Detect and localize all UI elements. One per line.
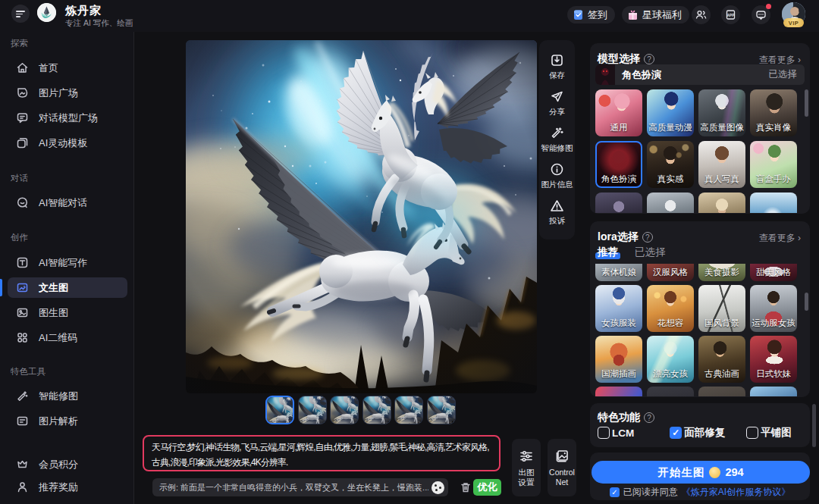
sidebar-item-ai-template[interactable]: AI灵动模板	[8, 133, 127, 153]
lora-card-mecha[interactable]: 素体机娘	[595, 264, 642, 281]
app-download-button[interactable]: APP	[721, 5, 740, 24]
lora-card-hanfu[interactable]: 汉服风格	[647, 264, 694, 281]
sidebar-item-ai-chat[interactable]: AI智能对话	[8, 193, 127, 213]
sidebar-item-referral-rewards[interactable]: 推荐奖励	[8, 477, 127, 497]
sidebar-item-image-to-image[interactable]: 图生图	[8, 302, 127, 323]
sidebar-nav: 探索 首页 图片广场 对话模型广场 AI灵动模板 对话 AI智能对话 创作 AI…	[0, 32, 134, 504]
example-pill[interactable]: 示例: 前面是一个非常自鸣得意的小兵，双臂交叉，坐在长凳上，慢跑装...	[152, 478, 448, 496]
lora-help-icon[interactable]: ?	[642, 232, 653, 243]
model-card-anime[interactable]: 高质量动漫	[647, 89, 694, 136]
model-grid-scrollbar[interactable]	[805, 89, 808, 117]
model-card-figure[interactable]: 盲盒手办	[750, 141, 797, 188]
share-button[interactable]: 分享	[549, 89, 565, 117]
image-info-button[interactable]: 图片信息	[541, 162, 573, 190]
model-select-card: 模型选择 ? 查看更多 › 角色扮演 已选择 通用 高质量动漫 高质量图像 真实…	[590, 43, 810, 214]
trash-icon	[459, 481, 472, 494]
lcm-checkbox[interactable]	[598, 427, 610, 439]
sidebar-item-label: 首页	[39, 61, 58, 75]
smart-retouch-button[interactable]: 智能修图	[541, 126, 573, 154]
selected-model-bar[interactable]: 角色扮演 已选择	[595, 64, 805, 85]
see-more-label: 查看更多	[759, 55, 795, 65]
lora-grid-scrollbar[interactable]	[805, 293, 808, 311]
checkin-button[interactable]: 签到	[567, 6, 615, 23]
thumbnail-1-selected[interactable]	[265, 396, 294, 424]
lora-card-partial-1[interactable]	[595, 387, 642, 396]
clear-prompt-button[interactable]	[459, 481, 472, 494]
app-logo[interactable]	[37, 3, 56, 22]
see-more-label: 查看更多	[759, 233, 795, 243]
lora-tab-recommend[interactable]: 推荐	[598, 246, 618, 259]
agreement-link[interactable]: 《炼丹家AI创作服务协议》	[682, 486, 790, 499]
messages-button[interactable]	[752, 5, 770, 24]
app-window: 炼丹家 专注 AI 写作、绘画 签到 星球福利	[0, 0, 819, 504]
save-icon	[550, 53, 564, 67]
generated-image[interactable]	[186, 40, 537, 393]
control-net-button[interactable]: Control Net	[548, 439, 576, 496]
lora-card-label: 运动服女孩	[750, 318, 797, 329]
sidebar-item-ai-writing[interactable]: AI智能写作	[8, 252, 127, 273]
invite-button[interactable]	[692, 5, 711, 24]
thumbnail-3[interactable]	[330, 396, 359, 424]
model-card-photo[interactable]: 真人写真	[698, 141, 745, 188]
prompt-input[interactable]: 天马行空,梦幻,神话生物,飞马,云端,星河,辉煌,自由,优雅,力量,翅膀,鬃毛,…	[143, 435, 500, 471]
save-button[interactable]: 保存	[549, 53, 565, 81]
lora-card-food[interactable]: 美食摄影	[698, 264, 745, 281]
lora-card-guochao[interactable]: 国潮插画	[595, 336, 642, 383]
sidebar-item-text-to-image[interactable]: 文生图	[8, 277, 127, 298]
model-help-icon[interactable]: ?	[644, 54, 654, 64]
lora-select-card: lora选择 ? 查看更多 › 推荐 已选择 素体机娘 汉服风格 美食摄影 甜美…	[590, 221, 810, 397]
features-help-icon[interactable]: ?	[644, 412, 654, 423]
thumbnail-2[interactable]	[298, 396, 327, 424]
menu-toggle-button[interactable]	[11, 5, 30, 23]
dice-icon[interactable]	[431, 481, 444, 494]
model-card-partial-3[interactable]	[698, 193, 745, 213]
tiled-checkbox[interactable]	[746, 427, 758, 439]
sidebar-item-ai-qrcode[interactable]: AI二维码	[8, 327, 127, 348]
model-card-roleplay-selected[interactable]: 角色扮演	[595, 141, 642, 188]
lora-card-japanese[interactable]: 日式软妹	[750, 336, 797, 383]
model-card-label: 真实感	[647, 174, 694, 185]
lora-card-sports[interactable]: 运动服女孩	[750, 285, 797, 332]
thumbnail-4[interactable]	[362, 396, 391, 424]
lora-card-oil[interactable]: 古典油画	[698, 336, 745, 383]
lora-card-partial-2[interactable]	[647, 387, 694, 396]
lora-card-guofeng[interactable]: 国风背景	[698, 285, 745, 332]
page-scrollbar[interactable]	[812, 404, 816, 447]
thumbnail-5[interactable]	[394, 396, 423, 424]
optimize-button[interactable]: 优化	[473, 479, 501, 496]
model-card-tongyong[interactable]: 通用	[595, 89, 642, 136]
face-repair-checkbox[interactable]: ✓	[670, 427, 682, 439]
lora-tab-selected[interactable]: 已选择	[635, 246, 666, 259]
app-subtitle: 专注 AI 写作、绘画	[65, 18, 133, 29]
sidebar-item-home[interactable]: 首页	[8, 58, 127, 78]
lora-see-more-link[interactable]: 查看更多 ›	[759, 232, 801, 245]
model-card-partial-4[interactable]	[750, 193, 797, 213]
model-card-partial-1[interactable]	[595, 193, 642, 213]
sidebar-item-chat-model-plaza[interactable]: 对话模型广场	[8, 108, 127, 128]
lora-card-pretty[interactable]: 漂亮女孩	[647, 336, 694, 383]
lora-card-partial-3[interactable]	[698, 387, 745, 396]
model-card-label: 真实肖像	[750, 122, 797, 133]
planet-perks-button[interactable]: 星球福利	[622, 6, 689, 23]
sidebar-item-image-analysis[interactable]: 图片解析	[8, 411, 127, 431]
model-card-hq-image[interactable]: 高质量图像	[698, 89, 745, 136]
agreement-checkbox[interactable]: ✓	[610, 487, 620, 497]
sidebar-item-label: 文生图	[39, 281, 68, 295]
toolbar-label: 图片信息	[541, 180, 573, 190]
sidebar-item-image-plaza[interactable]: 图片广场	[8, 83, 127, 103]
gift-icon	[626, 8, 639, 21]
sidebar-item-smart-retouch[interactable]: 智能修图	[8, 386, 127, 406]
model-card-partial-2[interactable]	[647, 193, 694, 213]
lora-card-outfit[interactable]: 女孩服装	[595, 285, 642, 332]
sidebar-item-member-points[interactable]: 会员积分	[8, 454, 127, 474]
face-repair-label: 面部修复	[684, 426, 725, 440]
output-settings-button[interactable]: 出图 设置	[512, 439, 541, 496]
lora-card-sweet[interactable]: 甜美风格	[750, 264, 797, 281]
lora-card-partial-4[interactable]	[750, 387, 797, 396]
report-button[interactable]: 投诉	[549, 199, 565, 227]
generate-button[interactable]: 开始生图 294	[592, 461, 810, 484]
thumbnail-6[interactable]	[427, 396, 456, 424]
model-card-portrait[interactable]: 真实肖像	[750, 89, 797, 136]
model-card-realistic[interactable]: 真实感	[647, 141, 694, 188]
lora-card-huaxiang[interactable]: 花想容	[647, 285, 694, 332]
